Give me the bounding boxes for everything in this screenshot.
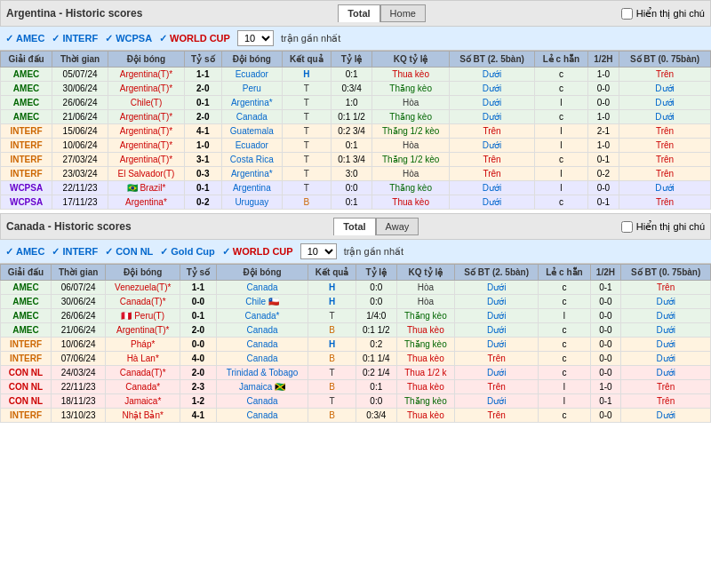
canada-hint-checkbox[interactable] xyxy=(621,221,633,233)
argentina-table: Giải đấu Thời gian Đội bóng Tỷ số Đội bó… xyxy=(0,51,711,210)
col-kq: KQ tỷ lệ xyxy=(372,52,449,68)
table-row: AMEC21/06/24Argentina(T)*2-0CanadaB0:1 1… xyxy=(1,323,711,338)
table-row: INTERF13/10/23Nhật Bản*4-1CanadaB0:3/4Th… xyxy=(1,409,711,423)
col-le: Lẻ c hẵn xyxy=(535,52,587,68)
table-row: INTERF23/03/24El Salvador(T)0-3Argentina… xyxy=(1,167,711,181)
table-row: WCPSA22/11/23🇧🇷 Brazil*0-1ArgentinaT0:0T… xyxy=(1,181,711,195)
col-sobt: Số BT (2. 5bàn) xyxy=(449,52,534,68)
table-row: INTERF07/06/24Hà Lan*4-0CanadaB0:1 1/4Th… xyxy=(1,352,711,366)
canada-count-select[interactable]: 102030 xyxy=(300,243,337,259)
col-ratio: Tỷ lệ xyxy=(331,52,372,68)
tab-argentina-home[interactable]: Home xyxy=(380,4,426,22)
table-row: CON NL24/03/24Canada(T)*2-0Trinidad & To… xyxy=(1,366,711,380)
table-row: AMEC26/06/24Chile(T)0-1Argentina*T1:0Hòa… xyxy=(1,96,711,110)
table-row: WCPSA17/11/23Argentina*0-2UruguayB0:1Thu… xyxy=(1,195,711,210)
col-le-c: Lẻ c hẵn xyxy=(539,265,590,281)
canada-table: Giải đấu Thời gian Đội bóng Tỷ số Đội bó… xyxy=(0,264,711,423)
table-row: AMEC30/06/24Argentina(T)*2-0PeruT0:3/4Th… xyxy=(1,82,711,96)
col-team2: Đội bóng xyxy=(221,52,282,68)
filter-wcpsa-arg[interactable]: ✓ WCPSA xyxy=(105,33,152,44)
table-row: CON NL22/11/23Canada*2-3Jamaica 🇯🇲B0:1Th… xyxy=(1,380,711,394)
col-league: Giải đấu xyxy=(1,52,52,68)
argentina-filter-row: ✓ AMEC ✓ INTERF ✓ WCPSA ✓ WORLD CUP 1020… xyxy=(0,27,711,51)
table-row: AMEC30/06/24Canada(T)*0-0Chile 🇨🇱H0:0Hòa… xyxy=(1,295,711,309)
canada-filter-row: ✓ AMEC ✓ INTERF ✓ CON NL ✓ Gold Cup ✓ WO… xyxy=(0,240,711,264)
filter-interf-arg[interactable]: ✓ INTERF xyxy=(52,33,98,44)
col-sobt-c: Số BT (2. 5bàn) xyxy=(455,265,539,281)
col-score-c: Tỷ số xyxy=(180,265,216,281)
col-sobt2: Số BT (0. 75bàn) xyxy=(619,52,711,68)
table-row: CON NL18/11/23Jamaica*1-2CanadaT0:0Thắng… xyxy=(1,394,711,409)
filter-worldcup-can[interactable]: ✓ WORLD CUP xyxy=(222,246,293,258)
table-row: INTERF15/06/24Argentina(T)*4-1GuatemalaT… xyxy=(1,124,711,139)
col-result: Kết quả xyxy=(282,52,331,68)
col-team1: Đội bóng xyxy=(108,52,185,68)
filter-amec-arg[interactable]: ✓ AMEC xyxy=(5,33,44,44)
col-score: Tỷ số xyxy=(184,52,221,68)
argentina-hint-label: Hiển thị ghi chú xyxy=(636,8,705,20)
col-half: 1/2H xyxy=(587,52,619,68)
argentina-title: Argentina - Historic scores xyxy=(6,7,142,20)
table-row: INTERF10/06/24Argentina(T)*1-0EcuadorT0:… xyxy=(1,139,711,153)
canada-title: Canada - Historic scores xyxy=(6,220,132,233)
col-half-c: 1/2H xyxy=(590,265,621,281)
argentina-count-select[interactable]: 102030 xyxy=(237,30,274,46)
col-kq-c: KQ tỷ lệ xyxy=(396,265,454,281)
canada-header: Canada - Historic scores Total Away Hiển… xyxy=(0,213,711,240)
canada-filter-label: trận gần nhất xyxy=(344,246,403,258)
argentina-hint-checkbox[interactable] xyxy=(621,8,633,20)
argentina-header: Argentina - Historic scores Total Home H… xyxy=(0,0,711,27)
col-sobt2-c: Số BT (0. 75bàn) xyxy=(621,265,711,281)
table-row: AMEC21/06/24Argentina(T)*2-0CanadaT0:1 1… xyxy=(1,110,711,124)
filter-goldcup-can[interactable]: ✓ Gold Cup xyxy=(160,246,215,258)
filter-interf-can[interactable]: ✓ INTERF xyxy=(52,246,98,258)
col-date-c: Thời gian xyxy=(51,265,106,281)
col-date: Thời gian xyxy=(52,52,108,68)
col-team2-c: Đội bóng xyxy=(216,265,308,281)
filter-worldcup-arg[interactable]: ✓ WORLD CUP xyxy=(159,33,230,44)
tab-canada-away[interactable]: Away xyxy=(376,218,419,235)
filter-amec-can[interactable]: ✓ AMEC xyxy=(5,246,44,258)
table-row: AMEC26/06/24🇵🇪 Peru(T)0-1Canada*T1/4:0Th… xyxy=(1,309,711,323)
filter-connl-can[interactable]: ✓ CON NL xyxy=(105,246,153,258)
table-row: INTERF27/03/24Argentina(T)*3-1Costa Rica… xyxy=(1,153,711,167)
table-row: AMEC05/07/24Argentina(T)*1-1EcuadorH0:1T… xyxy=(1,68,711,82)
tab-canada-total[interactable]: Total xyxy=(333,218,375,235)
col-team1-c: Đội bóng xyxy=(106,265,180,281)
table-row: AMEC06/07/24Venezuela(T)*1-1CanadaH0:0Hò… xyxy=(1,281,711,295)
col-result-c: Kết quả xyxy=(308,265,356,281)
col-ratio-c: Tỷ lệ xyxy=(356,265,396,281)
col-league-c: Giải đấu xyxy=(1,265,52,281)
table-row: INTERF10/06/24Pháp*0-0CanadaH0:2Thắng kè… xyxy=(1,338,711,352)
canada-hint-label: Hiển thị ghi chú xyxy=(636,221,705,233)
argentina-filter-label: trận gần nhất xyxy=(281,33,340,44)
tab-argentina-total[interactable]: Total xyxy=(338,4,379,22)
